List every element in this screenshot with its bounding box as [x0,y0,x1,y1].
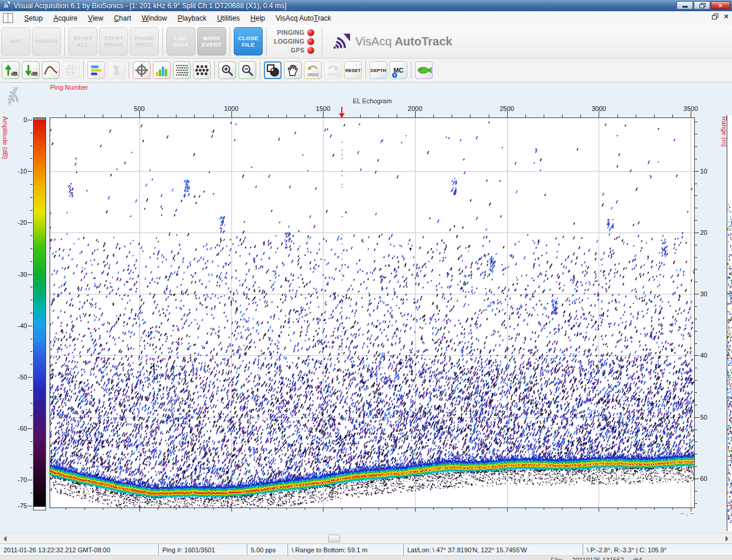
svg-text:2: 2 [66,73,68,77]
adjacent-window-edge[interactable] [727,115,732,531]
application-window: { "window": { "title": "Visual Acquisiti… [0,0,732,560]
mdi-close-button[interactable]: × [724,12,728,20]
axis-tick [30,300,32,300]
axis-tick [30,339,32,339]
mdi-restore-button[interactable] [712,14,718,19]
zoom-out-button[interactable] [238,61,256,79]
amplitude-tick-label: -30 [9,271,27,278]
axis-tick [323,508,323,512]
scroll-right-arrow-icon[interactable] [722,534,732,543]
menu-chart[interactable]: Chart [109,12,136,24]
toolbar-separator [266,27,267,55]
logging-led-icon [307,38,315,45]
x-axis-tick-label: 3500 [674,105,707,113]
info-icon: i [392,73,397,78]
toolbar-separator [214,61,215,79]
depth-button[interactable]: DEPTH [370,61,387,79]
axis-tick [599,508,599,512]
fish-tracking-button[interactable] [415,61,433,79]
amplitude-tick-label: -75 [9,502,27,509]
threshold-down-db-button[interactable]: dB [22,61,40,79]
zoom-in-button[interactable] [218,61,236,79]
axis-tick [695,184,697,184]
axis-tick [695,122,697,122]
menu-utilities[interactable]: Utilities [212,12,246,24]
axis-tick [695,134,697,135]
close-button[interactable]: × [711,1,730,9]
color-palette-button[interactable] [87,61,105,79]
scroll-left-arrow-icon[interactable] [0,534,10,543]
amplitude-tick-label: -70 [9,476,27,483]
dots-fine-button[interactable] [173,61,191,79]
axis-tick [507,508,508,512]
reset-button[interactable]: RESET [344,61,362,79]
axis-tick [30,351,32,352]
range-tick-label: 20 [700,229,715,236]
menu-playback[interactable]: Playback [172,12,212,24]
threshold-up-db-button[interactable]: dB [2,61,19,79]
ping-number-axis-label: Ping Number [50,84,88,91]
title-bar[interactable]: Visual Acquisition 6.1 by BioSonics - [1… [0,0,732,11]
mc-button[interactable]: MCi [390,61,407,79]
range-tick-label: 60 [700,475,715,482]
toolbar-separator [411,61,411,79]
axis-tick [28,171,32,172]
axis-tick [66,508,66,510]
range-tick-label: 50 [700,414,715,421]
svg-text:1: 1 [66,69,68,73]
menu-visacq-autotrack[interactable]: VisAcq AutoTrack [270,12,336,24]
axis-tick [30,133,32,133]
menu-view[interactable]: View [83,12,109,24]
minimize-button[interactable] [677,1,693,9]
axis-tick [28,222,32,223]
product-name: AutoTrack [392,35,453,48]
axis-tick [30,184,32,185]
menu-help[interactable]: Help [245,12,270,24]
menu-setup[interactable]: Setup [19,12,48,24]
oscilloscope-button [107,61,125,79]
restore-button[interactable] [694,1,710,9]
echogram-client-area: Ping Number EL Echogram 5001000150020002… [0,83,732,533]
axis-tick [695,466,697,467]
axis-tick [84,508,85,510]
axis-tick [695,245,697,245]
dots-coarse-button[interactable] [193,61,211,79]
shape-select-button[interactable] [264,61,282,79]
window-title: Visual Acquisition 6.1 by BioSonics - [1… [14,2,286,10]
tvg-curve-button[interactable] [42,61,60,79]
target-crosshair-button[interactable] [133,61,151,79]
axis-tick [305,508,305,510]
histogram-button[interactable] [153,61,171,79]
redo-button: REDO [324,61,342,79]
biosonics-watermark-icon [4,86,22,109]
axis-tick [695,430,697,430]
status-lat-lon: Lat/Lon: \ 47° 37.8190'N, 122° 15.7455'W [403,544,583,555]
cursor-readout: -- , -- [643,509,694,516]
status-ping-rate: 5.00 pps [247,544,287,555]
mark-event-button[interactable]: MARKEVENT [197,27,226,55]
axis-tick [30,403,32,404]
pan-hand-button[interactable] [284,61,302,79]
logging-led-label: LOGGING [274,38,305,45]
menu-window[interactable]: Window [136,12,172,24]
axis-tick [231,508,232,512]
axis-tick [342,508,342,510]
axis-tick [695,257,697,258]
scrollbar-thumb[interactable] [328,535,340,542]
mdi-document-icon[interactable] [3,13,13,23]
status-timestamp: 2011-01-26 13:22:32.212 GMT-08:00 [0,544,158,555]
close-file-button[interactable]: CLOSEFILE [234,27,263,55]
axis-tick [695,208,697,208]
axis-tick [695,269,697,270]
axis-tick [28,480,32,480]
axis-tick [194,508,195,510]
horizontal-scrollbar[interactable] [0,533,732,543]
x-axis-tick-label: 1500 [306,105,339,113]
axis-tick [695,405,697,405]
echogram-plot[interactable] [50,118,694,507]
current-ping-marker-icon[interactable] [338,107,345,121]
menu-acquire[interactable]: Acquire [48,12,83,24]
undo-button[interactable]: UNDO [304,61,322,79]
log-data-button[interactable]: LOGDATA [166,27,195,55]
toolbar-separator [83,61,84,79]
